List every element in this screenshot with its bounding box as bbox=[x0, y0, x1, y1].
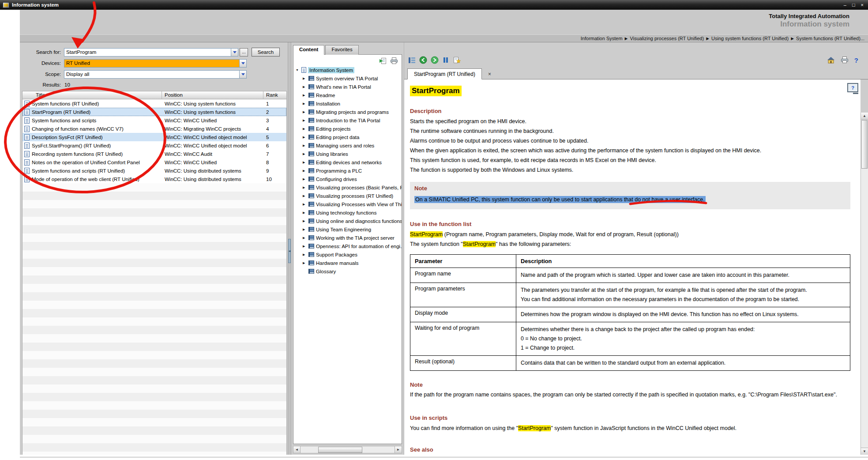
tree-item[interactable]: ▶ Managing users and roles bbox=[293, 141, 402, 150]
tree-item[interactable]: ▶ Editing projects bbox=[293, 124, 402, 133]
expand-arrow-icon[interactable]: ▶ bbox=[303, 161, 307, 164]
tree-item[interactable]: ▶ Installation bbox=[293, 99, 402, 108]
tree-item[interactable]: ▶ Using Team Engineering bbox=[293, 225, 402, 234]
panel-splitter[interactable]: ◄ bbox=[288, 42, 291, 455]
result-row[interactable]: SysFct.StartProgram() (RT Unified) WinCC… bbox=[23, 141, 286, 150]
scrollbar-thumb[interactable] bbox=[318, 447, 362, 453]
result-row[interactable]: System functions and scripts WinCC: WinC… bbox=[23, 116, 286, 124]
expand-arrow-icon[interactable]: ▶ bbox=[303, 102, 307, 106]
result-row[interactable]: Mode of operation of the web client (RT … bbox=[23, 175, 286, 183]
tree-item[interactable]: ▶ Programming a PLC bbox=[293, 166, 402, 175]
result-row[interactable]: Description SysFct (RT Unified) WinCC: W… bbox=[23, 133, 286, 141]
search-for-combobox[interactable]: StartProgram bbox=[64, 48, 238, 57]
scroll-up-icon[interactable]: ▲ bbox=[861, 113, 868, 120]
column-header-title[interactable]: Title bbox=[23, 91, 162, 99]
column-header-position[interactable]: Position bbox=[162, 91, 263, 99]
tree-item[interactable]: ▶ Editing project data bbox=[293, 133, 402, 141]
search-button[interactable]: Search bbox=[252, 48, 280, 57]
result-row[interactable]: System functions and scripts (RT Unified… bbox=[23, 166, 286, 175]
tree-item[interactable]: ▶ Support Packages bbox=[293, 250, 402, 259]
tree-item[interactable]: ▶ Migrating projects and programs bbox=[293, 108, 402, 116]
print-icon[interactable] bbox=[390, 57, 398, 64]
tree-item[interactable]: ▶ What's new in TIA Portal bbox=[293, 83, 402, 91]
result-row[interactable]: Changing of function names (WinCC V7) Wi… bbox=[23, 124, 286, 133]
dropdown-arrow-icon[interactable] bbox=[231, 49, 238, 56]
back-icon[interactable] bbox=[419, 56, 427, 64]
expand-arrow-icon[interactable]: ▶ bbox=[303, 94, 307, 97]
expand-arrow-icon[interactable]: ▶ bbox=[303, 85, 307, 89]
dropdown-arrow-icon[interactable] bbox=[239, 71, 246, 78]
show-contents-icon[interactable] bbox=[408, 57, 416, 64]
devices-value[interactable]: RT Unified bbox=[64, 60, 239, 67]
expand-arrow-icon[interactable]: ▶ bbox=[303, 177, 307, 181]
close-button[interactable]: × bbox=[861, 3, 864, 8]
collapse-arrow-icon[interactable]: ▼ bbox=[296, 68, 300, 72]
breadcrumb[interactable]: Information System ► Visualizing process… bbox=[581, 36, 864, 41]
context-help-icon[interactable]: ? bbox=[847, 83, 858, 92]
expand-arrow-icon[interactable]: ▶ bbox=[303, 236, 307, 240]
tab-favorites[interactable]: Favorites bbox=[325, 45, 358, 55]
tab-close-icon[interactable]: × bbox=[488, 71, 491, 77]
tree-item[interactable]: ▶ Editing devices and networks bbox=[293, 158, 402, 166]
expand-arrow-icon[interactable]: ▶ bbox=[303, 211, 307, 215]
locate-topic-icon[interactable] bbox=[379, 57, 387, 64]
dropdown-arrow-icon[interactable] bbox=[239, 60, 246, 67]
tree-item[interactable]: ▶ Using libraries bbox=[293, 150, 402, 158]
tree-item[interactable]: ▶ System overview TIA Portal bbox=[293, 74, 402, 83]
expand-arrow-icon[interactable]: ▶ bbox=[303, 203, 307, 206]
search-input[interactable]: StartProgram bbox=[64, 49, 231, 56]
expand-arrow-icon[interactable]: ▶ bbox=[303, 136, 307, 139]
print-page-icon[interactable] bbox=[841, 57, 849, 64]
expand-arrow-icon[interactable]: ▶ bbox=[303, 77, 307, 80]
result-row[interactable]: Notes on the operation of Unified Comfor… bbox=[23, 158, 286, 166]
help-icon[interactable]: ? bbox=[854, 57, 858, 64]
home-icon[interactable] bbox=[827, 57, 835, 64]
column-header-rank[interactable]: Rank bbox=[263, 91, 286, 99]
tree-item[interactable]: ▶ Visualizing processes (RT Unified) bbox=[293, 192, 402, 200]
expand-arrow-icon[interactable]: ▶ bbox=[303, 194, 307, 198]
expand-arrow-icon[interactable]: ▶ bbox=[303, 127, 307, 131]
expand-arrow-icon[interactable]: ▶ bbox=[303, 119, 307, 122]
tree-item[interactable]: ▶ Using online and diagnostics functions bbox=[293, 217, 402, 225]
scope-value[interactable]: Display all bbox=[64, 71, 239, 78]
expand-arrow-icon[interactable]: ▶ bbox=[303, 186, 307, 189]
restore-button[interactable]: □ bbox=[852, 3, 855, 8]
scroll-down-icon[interactable]: ▼ bbox=[861, 448, 868, 455]
forward-icon[interactable] bbox=[431, 56, 439, 64]
browse-button[interactable]: ... bbox=[240, 48, 248, 57]
tree-item[interactable]: ▶ Working with the TIA project server bbox=[293, 234, 402, 242]
tree-item[interactable]: ▶ Hardware manuals bbox=[293, 259, 402, 267]
scope-combobox[interactable]: Display all bbox=[64, 70, 247, 79]
expand-arrow-icon[interactable]: ▶ bbox=[303, 253, 307, 256]
expand-arrow-icon[interactable]: ▶ bbox=[303, 169, 307, 173]
pause-icon[interactable] bbox=[442, 57, 449, 64]
tree-item[interactable]: ▶ Readme bbox=[293, 91, 402, 99]
result-row[interactable]: StartProgram (RT Unified) WinCC: Using s… bbox=[23, 108, 286, 116]
help-vertical-scrollbar[interactable]: ▲ ▼ bbox=[860, 113, 868, 455]
result-row[interactable]: System functions (RT Unified) WinCC: Usi… bbox=[23, 99, 286, 108]
tree-item[interactable]: ▶ Using technology functions bbox=[293, 208, 402, 217]
scroll-right-icon[interactable]: ► bbox=[395, 446, 402, 453]
tree-item[interactable]: ▶ Visualizing processes (Basic Panels, P… bbox=[293, 183, 402, 192]
tree-item[interactable]: ▶ Openness: API for automation of engi..… bbox=[293, 242, 402, 250]
minimize-button[interactable]: – bbox=[844, 3, 846, 8]
toc-horizontal-scrollbar[interactable]: ◄ ► bbox=[293, 446, 402, 453]
tree-root-item[interactable]: ▼ Information System bbox=[293, 66, 402, 74]
scroll-left-icon[interactable]: ◄ bbox=[293, 446, 301, 453]
help-tab[interactable]: StartProgram (RT Unified) bbox=[407, 68, 482, 79]
scrollbar-thumb[interactable] bbox=[861, 120, 868, 169]
expand-arrow-icon[interactable]: ▶ bbox=[303, 245, 307, 248]
tree-item[interactable]: ▶ Configuring drives bbox=[293, 175, 402, 183]
result-row[interactable]: Recording system functions (RT Unified) … bbox=[23, 150, 286, 158]
expand-arrow-icon[interactable]: ▶ bbox=[303, 219, 307, 223]
devices-combobox[interactable]: RT Unified bbox=[64, 59, 247, 68]
expand-arrow-icon[interactable]: ▶ bbox=[303, 228, 307, 231]
collapse-handle[interactable]: ◄ bbox=[288, 239, 291, 263]
expand-arrow-icon[interactable]: ▶ bbox=[303, 110, 307, 114]
tree-item[interactable]: ▶ Visualizing Processes with View of Thi… bbox=[293, 200, 402, 208]
expand-arrow-icon[interactable]: ▶ bbox=[303, 261, 307, 265]
tree-item[interactable]: Glossary bbox=[293, 267, 402, 275]
add-favorite-icon[interactable] bbox=[453, 57, 461, 64]
tree-item[interactable]: ▶ Introduction to the TIA Portal bbox=[293, 116, 402, 124]
expand-arrow-icon[interactable]: ▶ bbox=[303, 152, 307, 156]
